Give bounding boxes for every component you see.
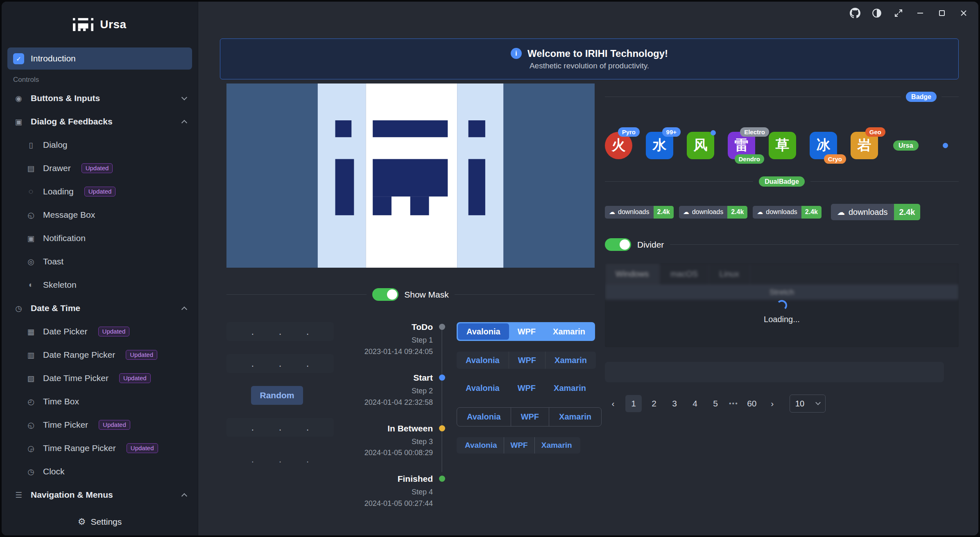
sidebar-item-navigation-menus[interactable]: ☰ Navigation & Menus xyxy=(7,484,192,506)
sidebar-item-drawer[interactable]: ▤ Drawer Updated xyxy=(7,157,192,179)
divider-line xyxy=(810,181,959,182)
desktop-backdrop: Ursa ✓ Introduction Controls ◉ Buttons &… xyxy=(0,0,980,537)
empty-input[interactable] xyxy=(605,362,944,382)
sidebar-item-notification[interactable]: ▣ Notification xyxy=(7,227,192,249)
github-icon[interactable] xyxy=(849,7,861,19)
badge-label-pill: Badge xyxy=(906,92,937,102)
platform-option-xamarin[interactable]: Xamarin xyxy=(549,408,601,426)
minimize-icon[interactable] xyxy=(914,7,926,19)
pyro-char: 火 xyxy=(612,136,626,155)
platform-option-wpf[interactable]: WPF xyxy=(511,408,549,426)
show-mask-row: Show Mask xyxy=(226,288,595,301)
platform-option-avalonia[interactable]: Avalonia xyxy=(457,379,509,397)
sidebar-item-label: Navigation & Menus xyxy=(31,490,113,500)
ip-input[interactable]: ... xyxy=(226,354,334,373)
electro-icon: 雷 Electro Dendro xyxy=(728,132,755,159)
page-button-1[interactable]: 1 xyxy=(625,395,642,412)
platform-option-wpf[interactable]: WPF xyxy=(509,379,545,397)
ip-input[interactable]: ... xyxy=(226,322,334,341)
pagination: ‹ 1 2 3 4 5 ••• 60 › 10 xyxy=(605,395,959,413)
loading-overlay: Loading... xyxy=(605,263,959,347)
sidebar-item-introduction[interactable]: ✓ Introduction xyxy=(7,47,192,70)
sidebar-item-date-range-picker[interactable]: ▥ Date Range Picker Updated xyxy=(7,344,192,366)
sidebar-item-clock[interactable]: ◷ Clock xyxy=(7,460,192,483)
prev-page-button[interactable]: ‹ xyxy=(605,395,621,412)
app-title: Ursa xyxy=(100,18,126,31)
pagination-ellipsis[interactable]: ••• xyxy=(728,400,740,407)
page-size-select[interactable]: 10 xyxy=(790,395,826,413)
sidebar-item-date-time-picker[interactable]: ▧ Date Time Picker Updated xyxy=(7,367,192,389)
show-mask-toggle[interactable] xyxy=(372,288,398,301)
ip-separator: . xyxy=(306,326,309,337)
sidebar-item-label: Date & Time xyxy=(31,303,80,313)
timeline: ToDo Step 1 2023-01-14 09:24:05 Start St… xyxy=(334,322,451,510)
date-picker-icon: ▦ xyxy=(25,327,36,336)
maximize-icon[interactable] xyxy=(936,7,948,19)
downloads-value: 2.4k xyxy=(727,206,747,219)
divider-line xyxy=(942,97,959,97)
platform-option-wpf[interactable]: WPF xyxy=(509,323,544,340)
platform-option-avalonia[interactable]: Avalonia xyxy=(458,437,504,454)
ip-inputs-column: ... ... Random ... ... xyxy=(226,322,334,510)
loading-mask-demo: Windows macOS Linux Stretch Loading... xyxy=(605,263,959,347)
platform-option-wpf[interactable]: WPF xyxy=(504,437,534,454)
divider-toggle[interactable] xyxy=(605,238,631,251)
platform-option-xamarin[interactable]: Xamarin xyxy=(545,379,595,397)
dual-badge-pill: DualBadge xyxy=(759,176,805,187)
loading-spinner xyxy=(776,300,787,311)
timeline-step: Start Step 2 2024-01-04 22:32:58 xyxy=(334,373,451,408)
ip-input[interactable]: ... xyxy=(226,450,334,469)
count-badge: 99+ xyxy=(662,127,681,137)
toggle-knob xyxy=(620,239,630,250)
sidebar-item-dialog[interactable]: ▯ Dialog xyxy=(7,134,192,156)
platform-option-wpf[interactable]: WPF xyxy=(509,352,545,369)
timeline-step-label: Step 1 xyxy=(334,335,433,346)
sidebar-item-date-time[interactable]: ◷ Date & Time xyxy=(7,297,192,319)
page-button-2[interactable]: 2 xyxy=(646,395,662,412)
chevron-down-icon xyxy=(815,400,821,405)
sidebar-item-message-box[interactable]: ◵ Message Box xyxy=(7,204,192,226)
platform-option-avalonia[interactable]: Avalonia xyxy=(457,352,509,369)
fullscreen-icon[interactable] xyxy=(893,7,904,19)
pyro-badge: Pyro xyxy=(618,127,640,137)
timeline-step-title: In Between xyxy=(334,424,433,433)
platform-option-avalonia[interactable]: Avalonia xyxy=(457,408,511,426)
page-button-5[interactable]: 5 xyxy=(707,395,724,412)
random-button[interactable]: Random xyxy=(251,386,303,405)
sidebar-item-loading[interactable]: ◌ Loading Updated xyxy=(7,181,192,203)
sidebar-item-label: Dialog & Feedbacks xyxy=(31,117,113,126)
platform-option-xamarin[interactable]: Xamarin xyxy=(545,352,596,369)
date-time-icon: ◷ xyxy=(13,304,24,313)
sidebar-item-date-picker[interactable]: ▦ Date Picker Updated xyxy=(7,320,192,343)
demo-form: ... ... Random ... ... xyxy=(226,322,595,510)
page-button-60[interactable]: 60 xyxy=(744,395,760,412)
ip-input[interactable]: ... xyxy=(226,418,334,437)
time-range-picker-icon: ◶ xyxy=(25,444,36,453)
platform-button-groups: Avalonia WPF Xamarin Avalonia WPF Xamari… xyxy=(457,322,602,510)
close-icon[interactable] xyxy=(958,7,969,19)
sidebar-item-time-picker[interactable]: ◵ Time Picker Updated xyxy=(7,414,192,436)
timeline-step-time: 2024-01-04 22:32:58 xyxy=(334,397,433,408)
downloads-badge: ☁downloads 2.4k xyxy=(679,206,748,219)
buttons-inputs-icon: ◉ xyxy=(13,94,24,103)
sidebar-item-label: Message Box xyxy=(43,210,95,220)
sidebar-item-toast[interactable]: ◎ Toast xyxy=(7,250,192,273)
platform-option-avalonia[interactable]: Avalonia xyxy=(458,323,509,340)
settings-button[interactable]: Settings xyxy=(91,517,122,527)
next-page-button[interactable]: › xyxy=(764,395,781,412)
sidebar-item-time-range-picker[interactable]: ◶ Time Range Picker Updated xyxy=(7,437,192,459)
sidebar-item-time-box[interactable]: ◴ Time Box xyxy=(7,390,192,413)
page-button-4[interactable]: 4 xyxy=(687,395,703,412)
platform-option-xamarin[interactable]: Xamarin xyxy=(534,437,579,454)
theme-toggle-icon[interactable] xyxy=(871,7,883,19)
downloads-badge-large: ☁downloads 2.4k xyxy=(831,204,921,220)
sidebar-item-skeleton[interactable]: ◐ Skeleton xyxy=(7,274,192,296)
sidebar-item-buttons-inputs[interactable]: ◉ Buttons & Inputs xyxy=(7,87,192,109)
sidebar-item-label: Drawer xyxy=(43,163,71,173)
platform-option-xamarin[interactable]: Xamarin xyxy=(544,323,594,340)
sidebar-item-dialog-feedbacks[interactable]: ▣ Dialog & Feedbacks xyxy=(7,111,192,133)
updated-badge: Updated xyxy=(126,350,157,360)
badge-section-divider: Badge xyxy=(605,92,959,102)
page-button-3[interactable]: 3 xyxy=(666,395,683,412)
updated-badge: Updated xyxy=(119,373,151,384)
